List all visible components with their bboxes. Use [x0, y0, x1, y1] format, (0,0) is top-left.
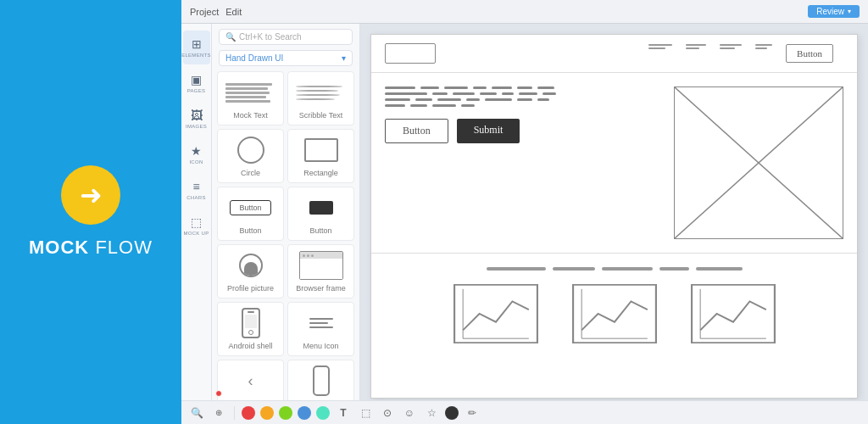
mockup-label: MOCK UP	[183, 231, 209, 236]
svg-line-1	[675, 87, 843, 238]
wf-action-buttons: Button Submit	[385, 119, 657, 143]
back-icon-preview: ‹	[225, 365, 276, 396]
brand-name: MOCK FLOW	[29, 237, 153, 259]
element-card-mock-text[interactable]: Mock Text	[217, 71, 284, 126]
elements-label: ELEMENTS	[181, 53, 211, 58]
wf-card-1	[445, 284, 547, 343]
menu-icon-preview	[296, 308, 347, 338]
brand-panel: ➜ MOCK FLOW	[0, 0, 181, 424]
dot-indicator	[445, 406, 459, 420]
logo-circle: ➜	[61, 165, 120, 225]
wf-button-solid: Submit	[457, 119, 520, 143]
color-green[interactable]	[279, 406, 292, 420]
svg-line-0	[675, 87, 843, 238]
sidebar-item-chars[interactable]: ≡ CHARS	[183, 173, 210, 207]
scribble-text-preview	[296, 77, 347, 108]
wf-left-content: Button Submit	[385, 86, 657, 239]
wireframe-body: Button Submit	[371, 73, 857, 253]
android-shell-preview	[225, 308, 276, 338]
logo-arrow-icon: ➜	[80, 179, 103, 211]
project-menu[interactable]: Project	[190, 7, 219, 17]
star-icon[interactable]: ☆	[423, 404, 440, 421]
color-teal[interactable]	[316, 406, 330, 420]
element-card-profile-picture[interactable]: Profile picture	[217, 244, 284, 298]
element-card-menu-icon[interactable]: Menu Icon	[287, 302, 354, 356]
images-label: IMAGES	[186, 124, 207, 129]
edit-menu[interactable]: Edit	[225, 7, 242, 17]
color-blue[interactable]	[298, 406, 311, 420]
wf-card-3	[682, 284, 784, 343]
icon-icon: ★	[191, 144, 202, 158]
bottom-toolbar: 🔍 ⊕ T ⬚ ⊙ ☺ ☆ ✏	[181, 400, 868, 424]
search-placeholder: Ctrl+K to Search	[239, 32, 302, 42]
button-outline-preview: Button	[225, 192, 276, 223]
wf-nav-items: Button	[449, 44, 843, 63]
wf-header-button: Button	[786, 44, 833, 63]
wireframe-section2	[371, 253, 857, 357]
element-name-button-solid: Button	[309, 226, 331, 235]
rectangle-preview	[296, 135, 347, 165]
wf-nav-item-1	[648, 44, 672, 63]
element-name-mock-text: Mock Text	[233, 111, 267, 120]
images-icon: 🖼	[191, 109, 203, 122]
wf-nav-item-3	[720, 44, 742, 63]
color-orange[interactable]	[260, 406, 274, 420]
elements-icon: ⊞	[192, 37, 202, 51]
circle-tool-icon[interactable]: ⊙	[379, 404, 396, 421]
element-name-rectangle: Rectangle	[303, 169, 338, 177]
wf-card-2	[564, 284, 665, 343]
element-card-button-solid[interactable]: Button	[287, 187, 354, 241]
iphone-shell-preview	[296, 365, 347, 396]
pen-tool-icon[interactable]: ✏	[464, 404, 481, 421]
review-button[interactable]: Review ▾	[808, 5, 860, 18]
sidebar-item-images[interactable]: 🖼 IMAGES	[183, 102, 210, 136]
wireframe-page: Button	[370, 34, 858, 399]
browser-frame-preview	[296, 250, 347, 281]
element-name-button-outline: Button	[239, 226, 261, 235]
smiley-icon[interactable]: ☺	[401, 404, 418, 421]
svg-rect-8	[692, 285, 774, 343]
sidebar-item-elements[interactable]: ⊞ ELEMENTS	[183, 31, 210, 64]
mock-text-preview	[225, 77, 276, 108]
element-name-circle: Circle	[241, 169, 260, 177]
wf-button-outline: Button	[385, 119, 448, 143]
element-card-iphone-shell[interactable]: Iphone shell	[287, 360, 354, 400]
element-card-button-outline[interactable]: Button Button	[217, 187, 284, 241]
svg-rect-2	[454, 285, 537, 343]
element-card-rectangle[interactable]: Rectangle	[287, 129, 354, 183]
filter-row[interactable]: Hand Drawn UI ▾	[219, 50, 353, 66]
icon-label: ICON	[189, 159, 203, 165]
wf-scribble-text	[385, 86, 657, 107]
sidebar-item-icons[interactable]: ★ ICON	[183, 137, 210, 171]
chars-icon: ≡	[192, 180, 199, 193]
sidebar: ⊞ ELEMENTS ▣ PAGES 🖼 IMAGES ★ ICON ≡ CHA…	[181, 24, 212, 400]
mockup-icon: ⬚	[191, 215, 202, 229]
element-card-browser-frame[interactable]: Browser frame	[287, 244, 354, 298]
filter-caret-icon: ▾	[342, 53, 346, 63]
sidebar-item-pages[interactable]: ▣ PAGES	[183, 66, 210, 100]
zoom-in-icon[interactable]: 🔍	[188, 404, 205, 421]
canvas-area[interactable]: Button	[360, 24, 868, 400]
wf-nav-item-4	[755, 44, 772, 63]
wf-image-placeholder	[674, 86, 843, 239]
wf-nav-item-2	[686, 44, 706, 63]
wf-cards	[385, 284, 843, 343]
brand-name-bold: MOCK	[29, 237, 89, 258]
circle-preview	[225, 135, 276, 165]
color-red[interactable]	[242, 406, 255, 420]
element-card-android-shell[interactable]: Android shell	[217, 302, 284, 356]
shape-tool-icon[interactable]: ⬚	[357, 404, 374, 421]
zoom-out-icon[interactable]: ⊕	[210, 404, 227, 421]
wf-section-title	[385, 267, 843, 271]
element-card-scribble-text[interactable]: Scribble Text	[287, 71, 354, 126]
chars-label: CHARS	[186, 195, 206, 200]
element-card-circle[interactable]: Circle	[217, 129, 284, 183]
sidebar-item-mockup[interactable]: ⬚ MOCK UP	[183, 209, 210, 243]
button-solid-preview	[296, 192, 347, 223]
search-bar[interactable]: 🔍 Ctrl+K to Search	[219, 29, 353, 45]
pages-icon: ▣	[191, 73, 202, 86]
search-icon: 🔍	[225, 32, 236, 42]
element-card-back-icon[interactable]: ‹ Back Icon	[217, 360, 284, 400]
text-tool-icon[interactable]: T	[335, 404, 352, 421]
review-caret-icon: ▾	[848, 8, 851, 15]
